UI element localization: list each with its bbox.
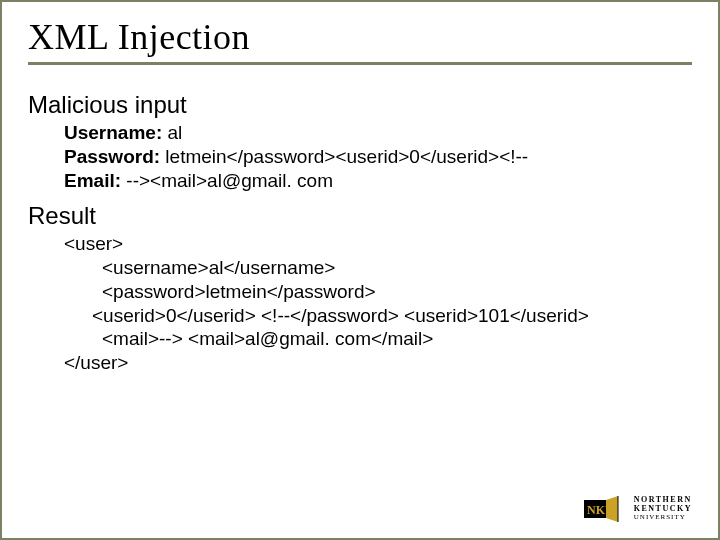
nku-logo: NKU NORTHERN KENTUCKY UNIVERSITY bbox=[584, 494, 692, 524]
result-line-2: <username>al</username> bbox=[102, 256, 692, 280]
username-value: al bbox=[162, 122, 182, 143]
email-value: --><mail>al@gmail. com bbox=[121, 170, 333, 191]
malicious-input-block: Username: al Password: letmein</password… bbox=[64, 121, 692, 192]
email-label: Email: bbox=[64, 170, 121, 191]
slide-title: XML Injection bbox=[28, 16, 692, 58]
input-username-row: Username: al bbox=[64, 121, 692, 145]
nku-logo-mark: NKU bbox=[584, 494, 628, 524]
result-line-1: <user> bbox=[64, 232, 692, 256]
password-label: Password: bbox=[64, 146, 160, 167]
nku-logo-text: NORTHERN KENTUCKY UNIVERSITY bbox=[634, 496, 692, 521]
section-heading-input: Malicious input bbox=[28, 91, 692, 119]
result-line-4: <userid>0</userid> <!--</password> <user… bbox=[92, 304, 692, 328]
section-heading-result: Result bbox=[28, 202, 692, 230]
slide-frame: XML Injection Malicious input Username: … bbox=[0, 0, 720, 540]
logo-line-3: UNIVERSITY bbox=[634, 514, 692, 522]
result-line-3: <password>letmein</password> bbox=[102, 280, 692, 304]
username-label: Username: bbox=[64, 122, 162, 143]
result-line-6: </user> bbox=[64, 351, 692, 375]
input-password-row: Password: letmein</password><userid>0</u… bbox=[64, 145, 692, 169]
result-line-5: <mail>--> <mail>al@gmail. com</mail> bbox=[102, 327, 692, 351]
title-underline: XML Injection bbox=[28, 16, 692, 65]
result-xml-block: <user> <username>al</username> <password… bbox=[64, 232, 692, 375]
password-value: letmein</password><userid>0</userid><!-- bbox=[160, 146, 528, 167]
input-email-row: Email: --><mail>al@gmail. com bbox=[64, 169, 692, 193]
